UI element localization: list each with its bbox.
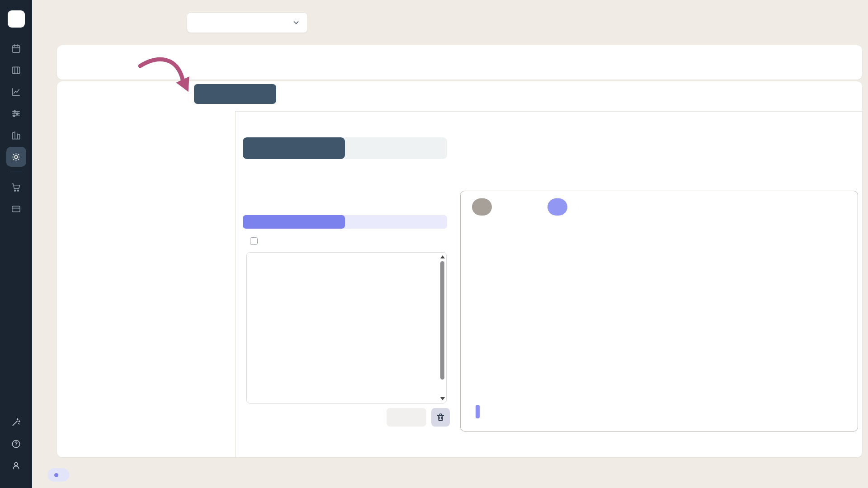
scrollbar-thumb[interactable] bbox=[440, 261, 444, 380]
scroll-down-arrow[interactable] bbox=[440, 397, 445, 400]
app-logo[interactable] bbox=[8, 10, 25, 28]
chevron-down-icon bbox=[292, 19, 300, 27]
scroll-up-arrow[interactable] bbox=[440, 255, 445, 258]
delete-button[interactable] bbox=[431, 408, 450, 427]
tab-prezzi-di-partenza[interactable] bbox=[194, 84, 276, 104]
scrollbar[interactable] bbox=[439, 253, 446, 403]
sliders-icon[interactable] bbox=[6, 103, 26, 123]
price-chart bbox=[475, 224, 859, 385]
buildings-icon[interactable] bbox=[6, 125, 26, 145]
property-selector[interactable] bbox=[187, 12, 308, 33]
horizontal-divider bbox=[235, 111, 862, 112]
vertical-divider bbox=[235, 111, 236, 457]
select-all-checkbox[interactable] bbox=[250, 237, 258, 245]
chart-icon[interactable] bbox=[6, 82, 26, 102]
minimap-handle[interactable] bbox=[476, 405, 480, 418]
calendar-icon[interactable] bbox=[6, 38, 26, 58]
copy-button[interactable] bbox=[387, 408, 426, 427]
select-all-control[interactable] bbox=[250, 237, 263, 245]
sidebar bbox=[0, 0, 32, 488]
structure-settings-card bbox=[57, 81, 862, 457]
cart-icon[interactable] bbox=[6, 177, 26, 197]
tab-soggiorno-minimo[interactable] bbox=[281, 84, 302, 104]
property-card bbox=[57, 45, 862, 80]
series-button-prezzo-suggerito[interactable] bbox=[547, 198, 567, 216]
sidebar-bottom-group bbox=[6, 411, 26, 476]
sidebar-divider bbox=[10, 172, 22, 172]
series-button-prezzi-di-partenza[interactable] bbox=[472, 198, 492, 216]
demo-mode-badge bbox=[47, 468, 69, 482]
table-icon[interactable] bbox=[6, 60, 26, 80]
wand-icon[interactable] bbox=[6, 412, 26, 432]
period-list bbox=[246, 252, 447, 404]
period-tabs bbox=[243, 215, 447, 229]
help-icon[interactable] bbox=[6, 434, 26, 454]
credit-card-icon[interactable] bbox=[6, 199, 26, 219]
demo-mode-dot bbox=[54, 473, 58, 477]
chart-minimap bbox=[476, 404, 858, 419]
tab-prezzi-futuri[interactable] bbox=[243, 215, 345, 229]
gear-icon[interactable] bbox=[6, 147, 26, 167]
x-axis bbox=[475, 387, 859, 396]
price-preview-panel bbox=[460, 191, 858, 432]
trash-icon bbox=[436, 413, 445, 422]
pricing-mode-toggle bbox=[243, 137, 447, 159]
mode-option-periodi[interactable] bbox=[243, 137, 345, 159]
mode-option-camera-base[interactable] bbox=[345, 137, 447, 159]
tab-prezzi-passati[interactable] bbox=[345, 215, 447, 229]
user-icon[interactable] bbox=[6, 455, 26, 475]
